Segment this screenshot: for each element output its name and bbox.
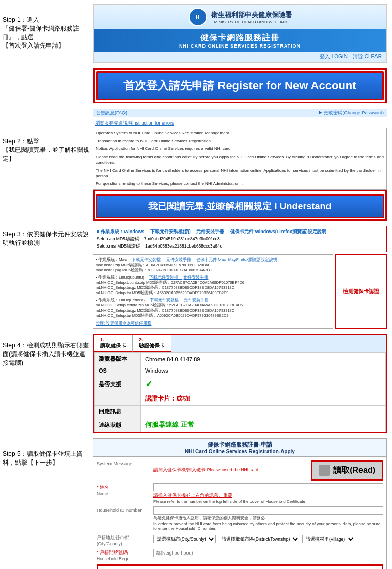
table-row: 認證卡片：成功! bbox=[95, 392, 386, 406]
ubuntu-manual-link[interactable]: 元件安裝手冊 bbox=[183, 275, 208, 280]
site-header-section: H 衛生福利部中央健康保險署 MINISTRY OF HEALTH AND WE… bbox=[93, 4, 387, 63]
household-reg-content bbox=[153, 549, 383, 557]
name-label-text: * 姓名 bbox=[97, 484, 150, 491]
step3-title: Step 3：依照健保卡元件安裝說明執行並檢測 bbox=[3, 230, 89, 247]
tab-verify-card[interactable]: 2. 驗證健保卡 bbox=[133, 335, 171, 352]
system-message-content: 請插入健保卡機/插入磁卡 Please insert the NHI card.… bbox=[153, 460, 383, 481]
household-reg-label-en: Household Regi... bbox=[97, 556, 150, 561]
step1-desc: 『健保署-健保卡網路服務註冊』，點選 bbox=[3, 25, 79, 41]
read-btn-label: 讀取(Read) bbox=[333, 465, 375, 476]
md5-2: Setup.msi MD5驗證碼：1ad54b0583ea21881cbeb65… bbox=[97, 243, 383, 250]
name-hint: 請插入健保卡機並上右角的訊息。重覆 bbox=[153, 493, 383, 499]
org-name-zh: 衛生福利部中央健康保險署 bbox=[211, 10, 292, 20]
step4-label: Step 4：檢測成功則顯示右側畫面(請將健保卡插入讀卡機並連接電腦) bbox=[3, 341, 90, 367]
browser-value: Chrome 84.0.4147.89 bbox=[141, 353, 386, 365]
site-title-zh: 健保卡網路服務註冊 bbox=[96, 33, 384, 43]
household-id-label-en: Household ID number bbox=[97, 508, 150, 513]
i-understand-button[interactable]: 我已閱讀完畢,並瞭解相關規定 I Understand bbox=[96, 194, 384, 218]
agreement-content: Operates System to NHI Card Online Servi… bbox=[96, 130, 384, 187]
agreement-section: 公告訊息(FAQ) ▶ 更改密碼(Change Password) 瀏覽服務先進… bbox=[93, 109, 387, 221]
site-title-bar: 健保卡網路服務註冊 NHI CARD ONLINE SERVICES REGIS… bbox=[94, 29, 386, 52]
household-id-hint: 為避免健保卡遭他人盜用，請確保您的個人資料安全，請務必 bbox=[153, 515, 383, 521]
step1-label: Step 1：進入 『健保署-健保卡網路服務註冊』，點選 【首次登入請先申請】 bbox=[3, 16, 90, 50]
mac-download-link[interactable]: 下載元件安裝檔 bbox=[132, 257, 165, 262]
read-btn-row: 請插入健保卡機/插入磁卡 Please insert the NHI card.… bbox=[153, 460, 383, 481]
tab-read-label: 讀取健保卡 bbox=[100, 342, 126, 349]
card-icon bbox=[319, 465, 330, 476]
table-row: 是否支援 ✓ bbox=[95, 376, 386, 392]
response-value bbox=[141, 406, 386, 418]
agreement-nav: 公告訊息(FAQ) ▶ 更改密碼(Change Password) bbox=[93, 109, 387, 117]
install-header: ■ 作業系統：Windows 下載元件安裝檔(新) 元件安裝手冊 健保卡元件 W… bbox=[97, 228, 383, 235]
form-header-en: NHI Card Online Services Registration-Ap… bbox=[96, 449, 384, 454]
os-value: Windows bbox=[141, 365, 386, 376]
change-password-link[interactable]: ▶ 更改密碼(Change Password) bbox=[318, 110, 384, 116]
household-id-label: Household ID number bbox=[97, 506, 153, 513]
header-top: H 衛生福利部中央健康保險署 MINISTRY OF HEALTH AND WE… bbox=[94, 5, 386, 29]
name-hint-en: Please refer to the number on the top le… bbox=[153, 499, 383, 504]
trusted-server-link[interactable]: 步驟: 設定個服器為可信任服務 bbox=[96, 320, 331, 326]
name-label: * 姓名 Name bbox=[97, 483, 153, 496]
install-section: ■ 作業系統：Windows 下載元件安裝檔(新) 元件安裝手冊 健保卡元件 W… bbox=[93, 226, 387, 329]
windows-firefox-link[interactable]: 健保卡元件 Windows(Firefox瀏覽器)設定說明 bbox=[230, 229, 326, 234]
detect-card-label: 檢測健保卡認證 bbox=[343, 288, 379, 295]
download-new-link[interactable]: 下載元件安裝檔(新) bbox=[150, 229, 195, 234]
empty-label bbox=[95, 392, 141, 406]
city-select[interactable]: 請選擇縣市(City/County) bbox=[153, 535, 216, 543]
table-row: OS Windows bbox=[95, 365, 386, 376]
address-dropdowns: 請選擇縣市(City/County) 請選擇鄉鎮市區(District/Town… bbox=[153, 535, 383, 543]
faq-link[interactable]: 公告訊息(FAQ) bbox=[96, 110, 127, 116]
name-input[interactable] bbox=[153, 483, 383, 491]
support-label: 是否支援 bbox=[95, 376, 141, 392]
browser-label: 瀏覽器版本 bbox=[95, 353, 141, 365]
logo-icon: H bbox=[189, 8, 207, 26]
nav-bar: 登入 LOGIN 清除 CLEAR bbox=[94, 52, 386, 62]
detect-card-button[interactable]: 檢測健保卡認證 bbox=[335, 254, 387, 329]
install-info: ■ 作業系統：Windows 下載元件安裝檔(新) 元件安裝手冊 健保卡元件 W… bbox=[93, 226, 387, 252]
support-value: ✓ bbox=[141, 376, 386, 392]
install-header-text[interactable]: ■ 作業系統：Windows bbox=[97, 229, 149, 234]
address-label-text: 戶籍地址縣市都 bbox=[97, 534, 150, 541]
household-id-content: 為避免健保卡遭他人盜用，請確保您的個人資料安全，請務必 In order to … bbox=[153, 506, 383, 531]
household-reg-label-text: * 戶籍門牌號碼 bbox=[97, 550, 150, 556]
ubuntu-download-link[interactable]: 下載元件安裝檔 bbox=[149, 275, 182, 280]
system-message-label-en: System Message bbox=[97, 461, 150, 466]
registration-form-section: 健保卡網路服務註冊-申請 NHI Card Online Services Re… bbox=[93, 438, 387, 569]
step2-label: Step 2：點擊 【我已閱讀完畢，並了解相關規定】 bbox=[3, 137, 90, 163]
fedora-manual-link[interactable]: 元件安裝手冊 bbox=[184, 298, 209, 302]
form-header-zh: 健保卡網路服務註冊-申請 bbox=[96, 441, 384, 449]
village-select[interactable]: 請選擇村里(Village) bbox=[302, 535, 355, 543]
mac-os-item: • 作業系統：Mac 下載元件安裝檔 元件安裝手冊 健保卡元件 Mac_MayF… bbox=[96, 257, 331, 273]
name-row: * 姓名 Name 請插入健保卡機並上右角的訊息。重覆 Please refer… bbox=[97, 483, 383, 504]
district-select[interactable]: 請選擇鄉鎮市區(District/Township) bbox=[218, 535, 300, 543]
address-content: 請選擇縣市(City/County) 請選擇鄉鎮市區(District/Town… bbox=[153, 533, 383, 543]
register-btn-container: 首次登入請先申請 Register for New Account bbox=[93, 68, 387, 103]
fedora-download-link[interactable]: 下載元件安裝檔 bbox=[150, 298, 183, 302]
login-link[interactable]: 登入 LOGIN bbox=[320, 53, 348, 60]
connection-label: 連線狀態 bbox=[95, 418, 141, 432]
detection-result-section: 1. 讀取健保卡 2. 驗證健保卡 瀏覽器版本 Chrome 84.0.4147… bbox=[93, 334, 387, 433]
result-tab-bar: 1. 讀取健保卡 2. 驗證健保卡 bbox=[94, 335, 386, 352]
step2-title: Step 2：點擊 bbox=[3, 137, 39, 145]
neighborhood-input[interactable] bbox=[153, 549, 383, 557]
mac-firefox-link[interactable]: 健保卡元件 Mac_MayFirefox瀏覽器設定說明 bbox=[196, 257, 277, 262]
instruction-link[interactable]: 瀏覽服務先進說明Instruction for errors bbox=[93, 119, 387, 128]
install-manual-link[interactable]: 元件安裝手冊 bbox=[196, 229, 229, 234]
household-id-input[interactable] bbox=[153, 506, 383, 515]
detect-left-panel: • 作業系統：Mac 下載元件安裝檔 元件安裝手冊 健保卡元件 Mac_MayF… bbox=[93, 254, 333, 329]
tab-verify-label: 驗證健保卡 bbox=[139, 342, 165, 349]
table-row: 回應訊息 bbox=[95, 406, 386, 418]
step1-title: Step 1：進入 bbox=[3, 16, 39, 23]
clear-link[interactable]: 清除 CLEAR bbox=[353, 53, 382, 60]
connection-value: 何服器連線 正常 bbox=[141, 418, 386, 432]
site-title-en: NHI CARD ONLINE SERVICES REGISTRATION bbox=[96, 43, 384, 49]
read-button[interactable]: 讀取(Read) bbox=[311, 460, 383, 481]
os-label: OS bbox=[95, 365, 141, 376]
tab-read-card[interactable]: 1. 讀取健保卡 bbox=[94, 335, 133, 352]
tab-verify-num: 2. bbox=[139, 337, 165, 342]
step3-label: Step 3：依照健保卡元件安裝說明執行並檢測 bbox=[3, 230, 90, 248]
mac-manual-link[interactable]: 元件安裝手冊 bbox=[166, 257, 195, 262]
register-new-account-button[interactable]: 首次登入請先申請 Register for New Account bbox=[96, 71, 384, 100]
address-row: 戶籍地址縣市都 (City/County) 請選擇縣市(City/County)… bbox=[97, 533, 383, 546]
household-reg-row: * 戶籍門牌號碼 Household Regi... bbox=[97, 549, 383, 561]
